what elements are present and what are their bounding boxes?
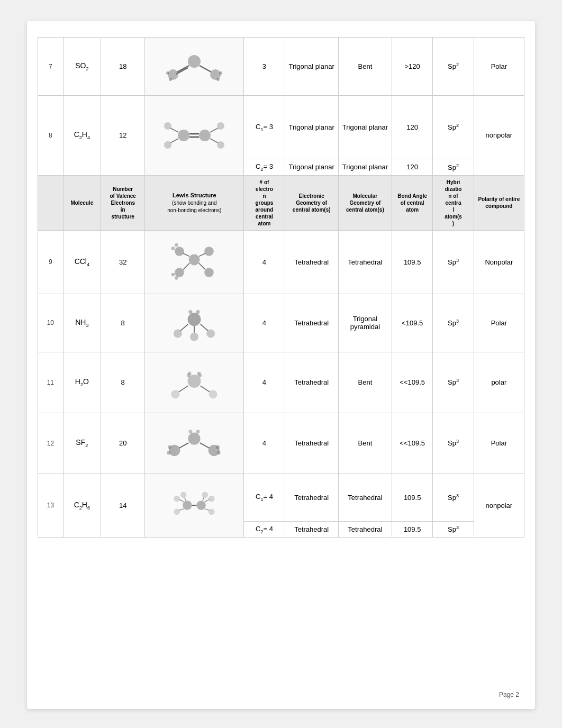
svg-point-26 bbox=[204, 268, 214, 277]
table-row: 7 SO2 18 bbox=[38, 38, 524, 96]
svg-point-42 bbox=[189, 310, 193, 314]
svg-point-74 bbox=[209, 509, 215, 515]
electronic-geometry: Tetrahedral bbox=[285, 352, 338, 413]
hybridization: Sp3 bbox=[433, 521, 474, 538]
polarity: Polar bbox=[474, 413, 524, 474]
bond-angle: 120 bbox=[392, 159, 432, 176]
svg-line-5 bbox=[200, 66, 211, 72]
svg-line-28 bbox=[199, 253, 205, 257]
table-row: 9 CCl4 32 bbox=[38, 230, 524, 294]
svg-point-60 bbox=[216, 445, 220, 449]
molecular-geometry: Tetrahedral bbox=[338, 521, 392, 538]
table-row: 12 SF2 20 bbox=[38, 413, 524, 474]
svg-line-21 bbox=[210, 139, 218, 143]
electronic-geometry: Trigonal planar bbox=[285, 38, 338, 96]
molecular-geometry: Tetrahedral bbox=[338, 230, 392, 294]
hybridization: Sp3 bbox=[433, 413, 474, 474]
svg-point-59 bbox=[167, 451, 171, 454]
svg-point-43 bbox=[196, 310, 200, 314]
electron-groups: C1= 4 bbox=[244, 474, 285, 521]
svg-point-33 bbox=[171, 273, 175, 276]
valence-electrons: 32 bbox=[101, 230, 145, 294]
chemistry-table: 7 SO2 18 bbox=[38, 37, 524, 538]
svg-line-19 bbox=[170, 139, 178, 143]
table-row: 11 H2O 8 bbox=[38, 352, 524, 413]
svg-line-39 bbox=[181, 324, 188, 331]
electron-groups: 4 bbox=[244, 294, 285, 352]
electronic-geometry: Tetrahedral bbox=[285, 521, 338, 538]
molecule-name: SO2 bbox=[63, 38, 101, 96]
page-number: Page 2 bbox=[499, 691, 519, 698]
svg-point-51 bbox=[187, 374, 191, 377]
svg-line-70 bbox=[179, 499, 184, 502]
hybridization: Sp3 bbox=[433, 474, 474, 521]
row-number: 7 bbox=[38, 38, 64, 96]
svg-point-22 bbox=[189, 254, 200, 266]
polarity: nonpolar bbox=[474, 474, 524, 538]
bond-angle: 109.5 bbox=[392, 521, 432, 538]
so2-molecule bbox=[157, 46, 231, 88]
svg-point-24 bbox=[204, 247, 214, 256]
svg-point-62 bbox=[189, 430, 193, 433]
svg-point-64 bbox=[183, 501, 192, 510]
header-electronic: ElectronicGeometry ofcentral atom(s) bbox=[285, 175, 338, 230]
header-bond: Bond Angleof centralatom bbox=[392, 175, 432, 230]
svg-point-9 bbox=[219, 71, 222, 75]
svg-line-30 bbox=[199, 263, 205, 269]
svg-line-47 bbox=[179, 386, 188, 392]
molecule-name: H2O bbox=[63, 352, 101, 413]
molecule-name: SF2 bbox=[63, 413, 101, 474]
svg-point-69 bbox=[180, 492, 187, 498]
svg-point-63 bbox=[196, 430, 200, 433]
header-molecular: MolecularGeometry ofcentral atom(s) bbox=[338, 175, 392, 230]
svg-point-68 bbox=[174, 509, 180, 515]
row-number: 13 bbox=[38, 474, 64, 538]
nh3-molecule bbox=[157, 302, 231, 344]
lewis-structure bbox=[145, 294, 244, 352]
svg-point-0 bbox=[188, 55, 201, 68]
svg-line-56 bbox=[179, 443, 189, 448]
electronic-geometry: Trigonal planar bbox=[285, 159, 338, 176]
svg-line-72 bbox=[185, 498, 186, 501]
electronic-geometry: Tetrahedral bbox=[285, 474, 338, 521]
hybridization: Sp3 bbox=[433, 294, 474, 352]
h2o-molecule bbox=[157, 361, 231, 404]
page: 7 SO2 18 bbox=[27, 21, 535, 709]
svg-point-73 bbox=[209, 496, 215, 502]
svg-line-48 bbox=[201, 386, 210, 392]
bond-angle: 109.5 bbox=[392, 230, 432, 294]
svg-point-67 bbox=[174, 496, 180, 502]
svg-point-6 bbox=[166, 71, 169, 75]
svg-point-23 bbox=[175, 247, 184, 256]
electron-groups: C2= 4 bbox=[244, 521, 285, 538]
svg-line-71 bbox=[179, 509, 184, 511]
lewis-structure bbox=[145, 474, 244, 538]
electronic-geometry: Tetrahedral bbox=[285, 294, 338, 352]
hybridization: Sp3 bbox=[433, 352, 474, 413]
svg-point-61 bbox=[217, 451, 221, 454]
svg-line-57 bbox=[200, 443, 210, 448]
electron-groups: 4 bbox=[244, 352, 285, 413]
polarity: Polar bbox=[474, 294, 524, 352]
bond-angle: >120 bbox=[392, 38, 432, 96]
polarity: nonpolar bbox=[474, 96, 524, 176]
bond-angle: 109.5 bbox=[392, 474, 432, 521]
svg-point-32 bbox=[175, 243, 178, 247]
svg-line-78 bbox=[203, 498, 204, 501]
valence-electrons: 12 bbox=[101, 96, 145, 176]
lewis-structure bbox=[145, 96, 244, 176]
bond-angle: <109.5 bbox=[392, 294, 432, 352]
svg-point-31 bbox=[171, 247, 175, 250]
header-polarity: Polarity of entirecompound bbox=[474, 175, 524, 230]
hybridization: Sp2 bbox=[433, 38, 474, 96]
molecule-name: CCl4 bbox=[63, 230, 101, 294]
sf2-molecule bbox=[157, 422, 231, 465]
svg-point-46 bbox=[209, 390, 217, 398]
molecular-geometry: Bent bbox=[338, 413, 392, 474]
molecule-name: C2H4 bbox=[63, 96, 101, 176]
electron-groups: 4 bbox=[244, 413, 285, 474]
svg-point-65 bbox=[197, 501, 206, 510]
header-valence: Numberof ValenceElectronsinstructure bbox=[101, 175, 145, 230]
electron-groups: 3 bbox=[244, 38, 285, 96]
header-num bbox=[38, 175, 64, 230]
